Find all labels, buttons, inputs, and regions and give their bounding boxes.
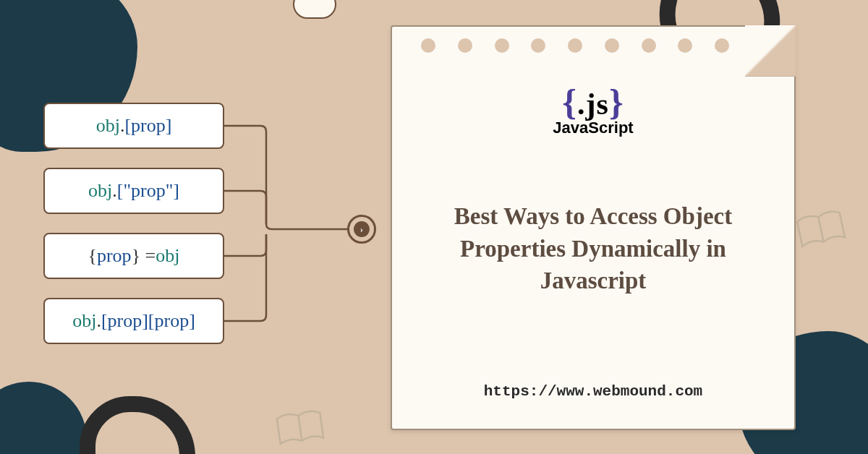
token-obj: obj xyxy=(72,310,96,332)
book-icon xyxy=(273,405,328,451)
ring-decoration-bottom xyxy=(80,396,195,454)
token-bracket: ["prop"] xyxy=(117,180,179,202)
brace-open: { xyxy=(562,82,577,122)
token-obj: obj xyxy=(96,115,120,137)
token-bracket: [prop][prop] xyxy=(101,310,195,332)
code-example-2: obj.["prop"] xyxy=(43,168,224,214)
brace-close: } xyxy=(609,82,624,122)
token-brace: } = xyxy=(132,245,156,267)
code-example-1: obj.[prop] xyxy=(43,103,224,149)
paper-holes-decoration xyxy=(421,38,729,53)
token-obj: obj xyxy=(156,245,179,267)
url-text: https://www.webmound.com xyxy=(392,383,794,400)
page-title: Best Ways to Access Object Properties Dy… xyxy=(421,200,765,297)
token-prop: prop xyxy=(97,245,132,267)
tab-pill-decoration xyxy=(293,0,336,19)
logo-label: JavaScript xyxy=(553,119,633,137)
token-brace: { xyxy=(88,245,96,267)
code-example-4: obj.[prop][prop] xyxy=(43,298,224,344)
token-obj: obj xyxy=(88,180,112,202)
chevron-right-icon: › xyxy=(354,221,370,237)
book-icon xyxy=(792,205,850,254)
code-examples-list: obj.[prop] obj.["prop"] { prop } = obj o… xyxy=(43,103,224,344)
js-logo: {.js} JavaScript xyxy=(553,81,633,137)
code-example-3: { prop } = obj xyxy=(43,233,224,279)
blob-bottom-left xyxy=(0,382,87,454)
logo-js: .js xyxy=(577,87,609,121)
content-card: {.js} JavaScript Best Ways to Access Obj… xyxy=(391,25,796,430)
arrow-circle-icon: › xyxy=(347,215,376,244)
logo-braces: {.js} xyxy=(553,81,633,123)
token-bracket: [prop] xyxy=(124,115,171,137)
